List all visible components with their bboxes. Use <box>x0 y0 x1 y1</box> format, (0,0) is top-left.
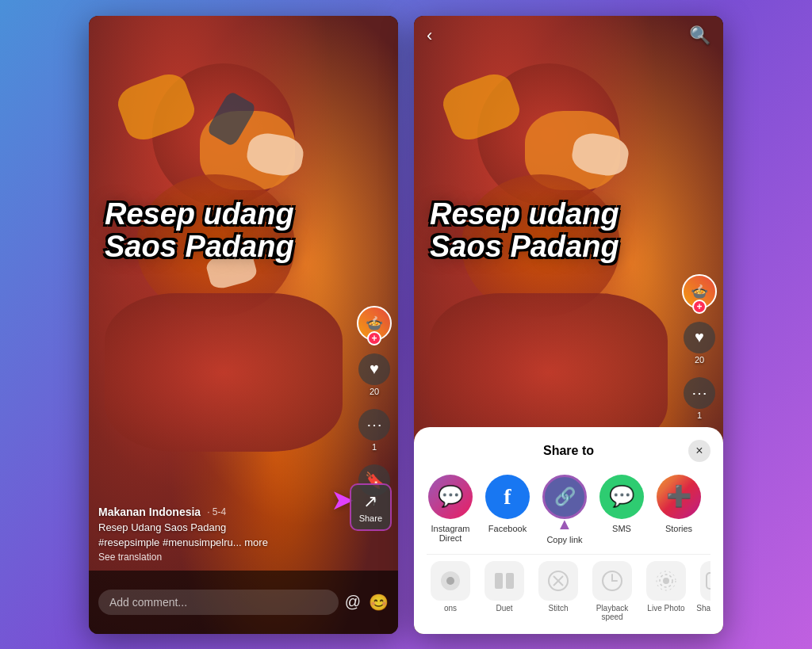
share-header: Share to × <box>427 440 710 462</box>
playback-speed-label: Playback speed <box>588 604 636 621</box>
duet-label: Duet <box>496 604 512 613</box>
see-translation[interactable]: See translation <box>98 552 350 563</box>
divider <box>427 554 710 555</box>
like-count: 20 <box>370 387 379 396</box>
like-icon-right: ♥ <box>684 322 715 353</box>
share-bottom-options[interactable]: ons <box>427 561 474 621</box>
copy-link-icon: 🔗 <box>542 475 587 519</box>
comment-group-right[interactable]: ⋯ 1 <box>684 377 715 420</box>
live-photo-icon <box>646 561 686 601</box>
close-button[interactable]: × <box>688 440 710 462</box>
stitch-icon <box>538 561 578 601</box>
hashtags: #resepsimple #menusimpelru... more <box>98 536 350 548</box>
at-icon[interactable]: @ <box>345 593 361 612</box>
copy-link-wrapper: 🔗 ▲ <box>542 475 587 519</box>
caption: Resep Udang Saos Padang <box>98 521 350 533</box>
right-phone: Resep udang Saos Padang ‹ 🔍 🍲 + ♥ 20 ⋯ 1 <box>414 16 723 634</box>
share-item-facebook[interactable]: f Facebook <box>484 475 531 544</box>
like-group-right[interactable]: ♥ 20 <box>684 322 715 365</box>
share-bottom-duet[interactable]: Duet <box>481 561 528 621</box>
share-as-gif-label: Share as GIF <box>696 604 710 613</box>
options-label: ons <box>444 604 457 613</box>
video-title-right: Resep udang Saos Padang <box>430 198 676 265</box>
playback-speed-icon <box>592 561 632 601</box>
follow-plus-badge-right: + <box>692 300 707 314</box>
share-button-container: ↗ Share <box>350 483 392 531</box>
caption-text: Resep Udang Saos Padang <box>98 521 226 533</box>
instagram-direct-icon: 💬 <box>428 475 473 519</box>
side-icons-left: 🍲 + ♥ 20 ⋯ 1 🔖 7 <box>357 306 392 507</box>
share-item-instagram[interactable]: 💬 Instagram Direct <box>427 475 474 544</box>
share-bottom-playback[interactable]: Playback speed <box>588 561 636 621</box>
copy-link-label: Copy link <box>546 535 582 544</box>
video-title-left: Resep udang Saos Padang <box>105 198 350 265</box>
duet-icon <box>485 561 524 601</box>
username-row: Makanan Indonesia · 5-4 <box>98 506 350 518</box>
comment-count-right: 1 <box>697 410 702 420</box>
share-bottom-gif[interactable]: GIF Share as GIF <box>696 561 710 621</box>
share-bottom-live-photo[interactable]: Live Photo <box>642 561 690 621</box>
svg-rect-11 <box>707 573 710 589</box>
svg-rect-2 <box>495 573 503 589</box>
stories-icon: ➕ <box>657 475 701 519</box>
share-bottom-row: ons Duet <box>427 561 710 621</box>
comment-bar: Add comment... @ 😊 <box>89 571 398 634</box>
share-icon: ↗ <box>363 491 377 512</box>
share-icons-row: 💬 Instagram Direct f Facebook 🔗 <box>427 475 710 544</box>
comment-icons: @ 😊 <box>345 593 389 612</box>
avatar-container[interactable]: 🍲 + <box>357 306 392 341</box>
share-panel: Share to × 💬 Instagram Direct f Face <box>414 427 723 634</box>
search-icon[interactable]: 🔍 <box>689 25 710 46</box>
comment-group[interactable]: ⋯ 1 <box>358 409 390 452</box>
emoji-icon[interactable]: 😊 <box>369 593 389 612</box>
avatar-container-right[interactable]: 🍲 + <box>682 274 717 309</box>
like-group[interactable]: ♥ 20 <box>358 353 390 396</box>
stitch-label: Stitch <box>548 604 568 613</box>
share-bottom-stitch[interactable]: Stitch <box>534 561 582 621</box>
main-container: Resep udang Saos Padang 🍲 + ♥ 20 ⋯ 1 🔖 7 <box>73 0 739 649</box>
comment-count: 1 <box>372 442 377 452</box>
like-count-right: 20 <box>695 355 704 365</box>
svg-point-1 <box>446 577 454 585</box>
comment-input[interactable]: Add comment... <box>98 590 339 615</box>
stories-label: Stories <box>665 524 692 533</box>
facebook-icon: f <box>485 475 530 519</box>
comment-icon: ⋯ <box>358 409 390 441</box>
side-icons-right: 🍲 + ♥ 20 ⋯ 1 <box>682 274 717 420</box>
share-as-gif-icon: GIF <box>700 561 710 601</box>
svg-point-8 <box>663 578 669 584</box>
instagram-direct-label: Instagram Direct <box>427 524 474 543</box>
bottom-info: Makanan Indonesia · 5-4 Resep Udang Saos… <box>98 506 350 563</box>
like-icon: ♥ <box>358 353 390 385</box>
facebook-label: Facebook <box>488 524 527 533</box>
share-item-copy-link[interactable]: 🔗 ▲ Copy link <box>541 475 588 544</box>
share-item-stories[interactable]: ➕ Stories <box>655 475 703 544</box>
share-button[interactable]: ↗ Share <box>350 483 392 531</box>
share-item-sms[interactable]: 💬 SMS <box>598 475 645 544</box>
left-phone: Resep udang Saos Padang 🍲 + ♥ 20 ⋯ 1 🔖 7 <box>89 16 398 634</box>
username: Makanan Indonesia <box>98 506 201 518</box>
sms-label: SMS <box>612 524 631 533</box>
back-icon[interactable]: ‹ <box>427 25 432 46</box>
svg-rect-3 <box>506 573 514 589</box>
share-label: Share <box>359 513 382 523</box>
username-sep: · 5-4 <box>207 506 226 517</box>
sms-icon: 💬 <box>599 475 644 519</box>
live-photo-label: Live Photo <box>647 604 684 613</box>
share-title: Share to <box>449 444 688 458</box>
copy-link-arrow-up: ▲ <box>557 515 573 533</box>
top-nav-right: ‹ 🔍 <box>414 16 723 55</box>
comment-icon-right: ⋯ <box>684 377 715 409</box>
options-icon <box>431 561 470 601</box>
follow-plus-badge: + <box>367 331 381 345</box>
